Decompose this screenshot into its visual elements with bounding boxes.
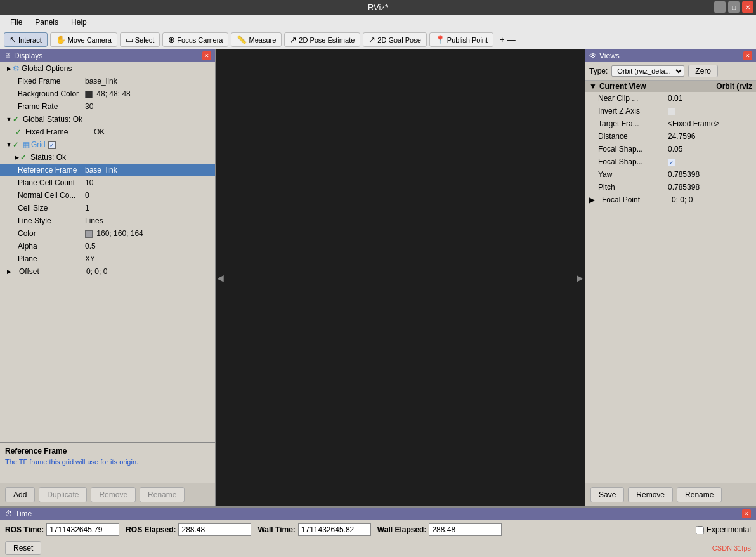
viewport-left-arrow[interactable]: ◀ bbox=[217, 273, 224, 283]
plane-cell-count-label: Plane Cell Count bbox=[15, 178, 85, 187]
pose-estimate-icon: ↗ bbox=[290, 35, 297, 44]
remove-button[interactable]: Remove bbox=[91, 487, 136, 502]
color-label: Color bbox=[15, 229, 85, 238]
cell-size-row[interactable]: Cell Size 1 bbox=[0, 202, 215, 214]
focal-shape1-label: Focal Shap... bbox=[598, 145, 668, 154]
fixed-frame-row[interactable]: Fixed Frame base_link bbox=[0, 75, 215, 88]
focal-shape2-value: ✓ bbox=[668, 157, 675, 166]
focal-point-row[interactable]: ▶ Focal Point 0; 0; 0 bbox=[585, 193, 756, 206]
measure-button[interactable]: 📏 Measure bbox=[231, 32, 282, 47]
select-button[interactable]: ▭ Select bbox=[120, 32, 160, 47]
main-area: 🖥 Displays ✕ ▶ ⚙ Global Options Fixed Fr… bbox=[0, 49, 756, 506]
views-tree: ▼ Current View Orbit (rviz Near Clip ...… bbox=[585, 81, 756, 483]
toolbar-plus-icon[interactable]: + bbox=[500, 35, 505, 44]
time-close-button[interactable]: ✕ bbox=[742, 509, 751, 518]
global-status-ff-check: ✓ bbox=[15, 128, 24, 136]
reference-frame-label: Reference Frame bbox=[15, 166, 85, 174]
3d-viewport[interactable]: ◀ ▶ bbox=[216, 49, 585, 506]
yaw-row[interactable]: Yaw 0.785398 bbox=[585, 168, 756, 181]
time-panel-title: Time bbox=[15, 509, 32, 518]
target-frame-value: <Fixed Frame> bbox=[668, 119, 719, 128]
views-close-button[interactable]: ✕ bbox=[743, 51, 752, 60]
plane-cell-count-value: 10 bbox=[85, 178, 93, 187]
focus-camera-button[interactable]: ⊕ Focus Camera bbox=[162, 32, 228, 47]
menu-panels[interactable]: Panels bbox=[29, 16, 65, 29]
displays-panel-icon: 🖥 bbox=[4, 51, 11, 60]
bg-color-row[interactable]: Background Color 48; 48; 48 bbox=[0, 88, 215, 100]
displays-close-button[interactable]: ✕ bbox=[202, 51, 211, 60]
reset-button[interactable]: Reset bbox=[5, 541, 41, 555]
add-button[interactable]: Add bbox=[5, 487, 35, 502]
menu-help[interactable]: Help bbox=[65, 16, 93, 29]
grid-checkbox[interactable]: ✓ bbox=[48, 140, 56, 149]
duplicate-button[interactable]: Duplicate bbox=[39, 487, 87, 502]
focal-shape1-row[interactable]: Focal Shap... 0.05 bbox=[585, 143, 756, 155]
viewport-right-arrow[interactable]: ▶ bbox=[577, 273, 583, 283]
pose-estimate-button[interactable]: ↗ 2D Pose Estimate bbox=[284, 32, 360, 47]
ros-time-input[interactable] bbox=[46, 523, 119, 536]
experimental-checkbox[interactable] bbox=[696, 526, 704, 534]
publish-point-button[interactable]: 📍 Publish Point bbox=[429, 32, 493, 47]
views-remove-button[interactable]: Remove bbox=[628, 487, 673, 502]
current-view-section[interactable]: ▼ Current View Orbit (rviz bbox=[585, 81, 756, 92]
focal-shape2-row[interactable]: Focal Shap... ✓ bbox=[585, 155, 756, 168]
minimize-button[interactable]: — bbox=[714, 1, 726, 13]
interact-button[interactable]: ↖ Interact bbox=[4, 32, 48, 47]
global-options-icon: ⚙ bbox=[13, 64, 20, 73]
normal-cell-row[interactable]: Normal Cell Co... 0 bbox=[0, 189, 215, 202]
menu-file[interactable]: File bbox=[4, 16, 29, 29]
near-clip-row[interactable]: Near Clip ... 0.01 bbox=[585, 92, 756, 105]
global-options-row[interactable]: ▶ ⚙ Global Options bbox=[0, 62, 215, 75]
views-save-button[interactable]: Save bbox=[590, 487, 624, 502]
global-status-fixed-frame-row[interactable]: ✓ Fixed Frame OK bbox=[0, 126, 215, 138]
target-frame-row[interactable]: Target Fra... <Fixed Frame> bbox=[585, 117, 756, 130]
views-rename-button[interactable]: Rename bbox=[677, 487, 722, 502]
focal-shape2-checkbox[interactable]: ✓ bbox=[668, 159, 675, 166]
grid-row[interactable]: ▼ ✓ ▦ Grid ✓ bbox=[0, 138, 215, 151]
alpha-value: 0.5 bbox=[85, 242, 96, 251]
goal-pose-button[interactable]: ↗ 2D Goal Pose bbox=[363, 32, 426, 47]
views-type-select[interactable]: Orbit (rviz_defa... bbox=[611, 65, 684, 77]
pitch-row[interactable]: Pitch 0.785398 bbox=[585, 181, 756, 193]
goal-pose-icon: ↗ bbox=[368, 35, 375, 44]
line-style-row[interactable]: Line Style Lines bbox=[0, 214, 215, 227]
displays-tree: ▶ ⚙ Global Options Fixed Frame base_link… bbox=[0, 62, 215, 442]
global-status-row[interactable]: ▼ ✓ Global Status: Ok bbox=[0, 113, 215, 126]
plane-row[interactable]: Plane XY bbox=[0, 252, 215, 265]
ros-elapsed-group: ROS Elapsed: bbox=[126, 523, 251, 536]
move-camera-button[interactable]: ✋ Move Camera bbox=[50, 32, 117, 47]
focal-point-arrow: ▶ bbox=[589, 195, 596, 204]
reference-frame-value: base_link bbox=[85, 166, 117, 174]
offset-row[interactable]: ▶ Offset 0; 0; 0 bbox=[0, 265, 215, 278]
fixed-frame-value: base_link bbox=[85, 77, 117, 86]
ros-time-group: ROS Time: bbox=[5, 523, 119, 536]
grid-status-row[interactable]: ▶ ✓ Status: Ok bbox=[0, 151, 215, 164]
reference-frame-row[interactable]: Reference Frame base_link bbox=[0, 164, 215, 176]
invert-z-checkbox[interactable]: □ bbox=[668, 108, 675, 115]
maximize-button[interactable]: □ bbox=[728, 1, 740, 13]
invert-z-row[interactable]: Invert Z Axis □ bbox=[585, 105, 756, 117]
close-button[interactable]: ✕ bbox=[742, 1, 753, 13]
views-buttons-row: Save Remove Rename bbox=[585, 483, 756, 506]
distance-row[interactable]: Distance 24.7596 bbox=[585, 130, 756, 143]
rename-button[interactable]: Rename bbox=[140, 487, 185, 502]
frame-rate-row[interactable]: Frame Rate 30 bbox=[0, 100, 215, 113]
cell-size-label: Cell Size bbox=[15, 204, 85, 213]
toolbar-minus-icon[interactable]: — bbox=[507, 35, 516, 44]
views-zero-button[interactable]: Zero bbox=[688, 65, 718, 77]
alpha-row[interactable]: Alpha 0.5 bbox=[0, 240, 215, 252]
goal-pose-label: 2D Goal Pose bbox=[377, 36, 420, 44]
wall-elapsed-group: Wall Elapsed: bbox=[377, 523, 502, 536]
wall-elapsed-input[interactable] bbox=[429, 523, 502, 536]
wall-elapsed-label: Wall Elapsed: bbox=[377, 525, 427, 534]
color-value: 160; 160; 164 bbox=[85, 229, 143, 238]
wall-time-group: Wall Time: bbox=[257, 523, 370, 536]
wall-time-input[interactable] bbox=[298, 523, 371, 536]
desc-title: Reference Frame bbox=[5, 447, 210, 455]
current-view-type: Orbit (rviz bbox=[716, 82, 752, 91]
color-row[interactable]: Color 160; 160; 164 bbox=[0, 227, 215, 240]
ros-elapsed-input[interactable] bbox=[178, 523, 251, 536]
plane-cell-count-row[interactable]: Plane Cell Count 10 bbox=[0, 176, 215, 189]
target-frame-label: Target Fra... bbox=[598, 119, 668, 128]
normal-cell-label: Normal Cell Co... bbox=[15, 191, 85, 200]
